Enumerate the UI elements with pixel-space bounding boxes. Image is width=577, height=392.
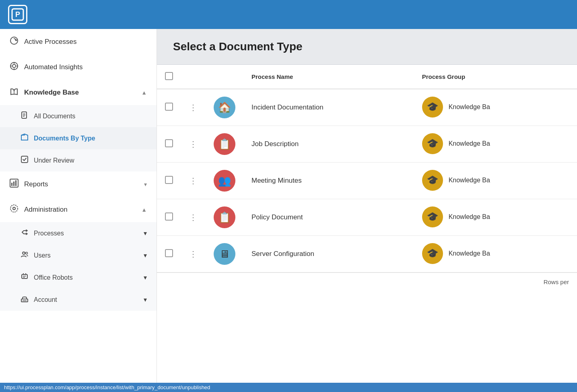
row-checkbox[interactable] bbox=[165, 249, 173, 257]
svg-point-19 bbox=[13, 207, 15, 210]
office-robots-chevron: ▾ bbox=[144, 274, 147, 281]
status-url: https://ui.processplan.com/app/process/i… bbox=[4, 384, 210, 390]
row-checkbox[interactable] bbox=[165, 103, 173, 111]
svg-rect-18 bbox=[15, 180, 16, 186]
row-actions-button[interactable]: ⋮ bbox=[189, 103, 198, 112]
row-group-label: Knowledge Ba bbox=[449, 140, 490, 147]
col-process-group: Process Group bbox=[414, 65, 577, 89]
users-label: Users bbox=[34, 252, 138, 259]
automated-insights-icon bbox=[10, 62, 19, 72]
sidebar-item-label: Knowledge Base bbox=[24, 89, 136, 97]
table-row: ⋮ 📋 Job Description 🎓 Knowledge Ba bbox=[157, 126, 577, 163]
sidebar: Active Processes Automated Insights Know… bbox=[0, 29, 157, 383]
svg-rect-23 bbox=[22, 274, 27, 279]
row-actions-cell: ⋮ bbox=[181, 89, 206, 126]
main-content: Select a Document Type Process Name Proc… bbox=[157, 29, 577, 383]
row-group-cell: 🎓 Knowledge Ba bbox=[414, 163, 577, 198]
sidebar-sub-item-all-documents[interactable]: All Documents bbox=[0, 105, 157, 127]
svg-text:P: P bbox=[15, 10, 20, 19]
svg-rect-17 bbox=[13, 182, 14, 186]
sidebar-sub-item-under-review[interactable]: Under Review bbox=[0, 149, 157, 171]
sidebar-item-label: Automated Insights bbox=[24, 63, 147, 71]
row-group-label: Knowledge Ba bbox=[449, 177, 490, 184]
sidebar-sub-item-documents-by-type[interactable]: Documents By Type bbox=[0, 127, 157, 149]
row-group-cell: 🎓 Knowledge Ba bbox=[414, 89, 577, 125]
col-checkbox bbox=[157, 65, 181, 89]
sidebar-item-active-processes[interactable]: Active Processes bbox=[0, 29, 157, 54]
row-checkbox[interactable] bbox=[165, 139, 173, 147]
row-group-cell: 🎓 Knowledge Ba bbox=[414, 126, 577, 161]
reports-chevron: ▾ bbox=[144, 181, 147, 188]
users-icon bbox=[21, 251, 28, 260]
sidebar-item-reports[interactable]: Reports ▾ bbox=[0, 171, 157, 197]
row-process-icon-cell: 🖥 bbox=[206, 236, 243, 272]
col-process-name: Process Name bbox=[243, 65, 414, 89]
processes-label: Processes bbox=[34, 230, 138, 237]
row-process-name: Job Description bbox=[243, 126, 414, 163]
row-actions-button[interactable]: ⋮ bbox=[189, 213, 198, 222]
sidebar-item-knowledge-base[interactable]: Knowledge Base ▲ bbox=[0, 80, 157, 105]
administration-icon bbox=[10, 204, 19, 215]
sidebar-item-automated-insights[interactable]: Automated Insights bbox=[0, 54, 157, 80]
knowledge-base-icon bbox=[10, 87, 19, 98]
knowledge-base-chevron: ▲ bbox=[141, 89, 147, 96]
sidebar-sub-item-users[interactable]: Users ▾ bbox=[0, 244, 157, 266]
knowledge-base-submenu: All Documents Documents By Type Under Re… bbox=[0, 105, 157, 171]
row-checkbox-cell bbox=[157, 126, 181, 163]
reports-icon bbox=[10, 179, 19, 190]
users-chevron: ▾ bbox=[144, 252, 147, 259]
app-logo[interactable]: P bbox=[8, 5, 27, 24]
app-header: P bbox=[0, 0, 577, 29]
account-icon bbox=[21, 295, 28, 304]
row-checkbox[interactable] bbox=[165, 176, 173, 184]
all-documents-icon bbox=[21, 111, 28, 121]
office-robots-label: Office Robots bbox=[34, 274, 138, 281]
row-group-cell: 🎓 Knowledge Ba bbox=[414, 199, 577, 235]
sidebar-sub-item-account[interactable]: Account ▾ bbox=[0, 289, 157, 311]
svg-rect-16 bbox=[11, 183, 12, 186]
row-process-icon-cell: 🏠 bbox=[206, 89, 243, 126]
sidebar-item-label: Administration bbox=[24, 206, 136, 214]
row-actions-cell: ⋮ bbox=[181, 126, 206, 163]
svg-point-4 bbox=[12, 64, 16, 68]
row-process-icon-cell: 👥 bbox=[206, 163, 243, 199]
row-process-name: Server Configuration bbox=[243, 236, 414, 272]
document-type-table: Process Name Process Group ⋮ 🏠 Incident … bbox=[157, 65, 577, 272]
row-checkbox-cell bbox=[157, 199, 181, 236]
sidebar-item-label: Reports bbox=[24, 180, 138, 188]
row-checkbox[interactable] bbox=[165, 213, 173, 221]
row-group-label: Knowledge Ba bbox=[449, 250, 490, 257]
row-actions-button[interactable]: ⋮ bbox=[189, 140, 198, 149]
processes-chevron: ▾ bbox=[144, 229, 147, 237]
row-actions-button[interactable]: ⋮ bbox=[189, 176, 198, 185]
row-actions-cell: ⋮ bbox=[181, 236, 206, 272]
row-actions-cell: ⋮ bbox=[181, 163, 206, 199]
row-process-icon-cell: 📋 bbox=[206, 199, 243, 236]
sidebar-item-administration[interactable]: Administration ▲ bbox=[0, 197, 157, 222]
row-process-name: Policy Document bbox=[243, 199, 414, 236]
row-group-label: Knowledge Ba bbox=[449, 213, 490, 221]
documents-by-type-icon bbox=[21, 134, 28, 143]
rows-per-label: Rows per bbox=[544, 279, 569, 285]
row-actions-button[interactable]: ⋮ bbox=[189, 250, 198, 258]
administration-submenu: Processes ▾ Users ▾ Office Robots ▾ bbox=[0, 222, 157, 311]
row-checkbox-cell bbox=[157, 163, 181, 199]
account-chevron: ▾ bbox=[144, 296, 147, 303]
table-row: ⋮ 👥 Meeting Minutes 🎓 Knowledge Ba bbox=[157, 163, 577, 199]
status-bar: https://ui.processplan.com/app/process/i… bbox=[0, 383, 577, 392]
documents-by-type-label: Documents By Type bbox=[34, 135, 95, 142]
row-checkbox-cell bbox=[157, 236, 181, 272]
office-robots-icon bbox=[21, 273, 28, 282]
under-review-icon bbox=[21, 156, 28, 165]
sidebar-sub-item-office-robots[interactable]: Office Robots ▾ bbox=[0, 266, 157, 289]
table-row: ⋮ 📋 Policy Document 🎓 Knowledge Ba bbox=[157, 199, 577, 236]
administration-chevron: ▲ bbox=[141, 206, 147, 213]
row-actions-cell: ⋮ bbox=[181, 199, 206, 236]
col-icon bbox=[206, 65, 243, 89]
all-documents-label: All Documents bbox=[34, 113, 75, 120]
select-all-checkbox[interactable] bbox=[165, 72, 173, 80]
processes-icon bbox=[21, 229, 28, 238]
svg-point-21 bbox=[23, 252, 25, 254]
sidebar-sub-item-processes[interactable]: Processes ▾ bbox=[0, 222, 157, 244]
table-row: ⋮ 🏠 Incident Documentation 🎓 Knowledge B… bbox=[157, 89, 577, 126]
